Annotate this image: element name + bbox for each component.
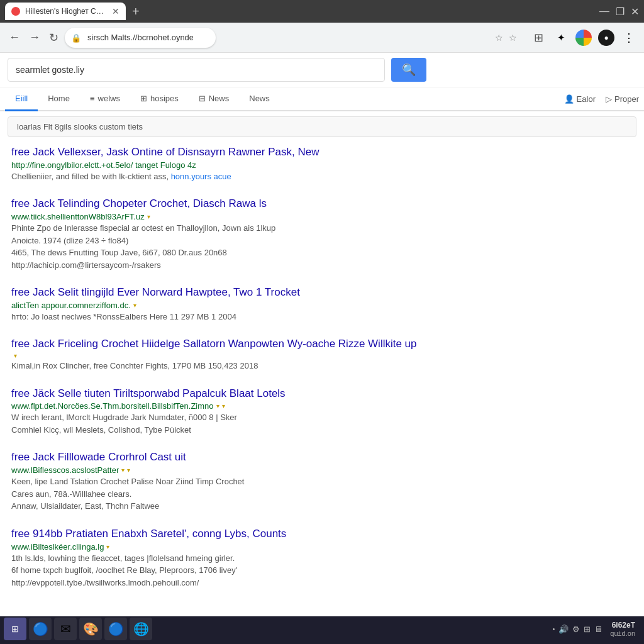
toolbar-icons: ⊞ ✦ ● ⋮ bbox=[530, 29, 638, 47]
result-snippet-3: hтto: Jo loast neclwes *RonssEalbers Her… bbox=[11, 311, 633, 323]
new-tab-button[interactable]: + bbox=[132, 4, 140, 19]
result-title-5[interactable]: free Jäck Selle tiuten Tiriltsporwabd Pa… bbox=[11, 387, 286, 399]
bookmark-icon2[interactable]: ☆ bbox=[509, 33, 517, 43]
taskbar-mail[interactable]: ✉ bbox=[54, 618, 77, 640]
url-expand-icon-6a[interactable]: ▾ bbox=[121, 467, 125, 474]
chrome-icon-btn[interactable] bbox=[575, 29, 592, 47]
close-button[interactable]: ✕ bbox=[631, 6, 639, 18]
taskbar: ⊞ 🔵 ✉ 🎨 🔵 🌐 • 🔊 ⚙ ⊞ 🖥 6i62eT qu±d.on bbox=[0, 616, 644, 644]
search-input[interactable] bbox=[8, 58, 385, 82]
url-expand-icon-6b[interactable]: ▾ bbox=[127, 467, 130, 474]
ealor-button[interactable]: 👤 Ealor bbox=[564, 94, 596, 104]
tab-welws-icon: ≡ bbox=[90, 94, 95, 103]
result-url-5: www.flpt.det.Norcöes.Se.Thm.borsitell.Bi… bbox=[11, 401, 633, 411]
tab-title: Hillesten's Hioghет Compton.. bbox=[25, 7, 107, 16]
back-button[interactable]: ← bbox=[6, 28, 23, 47]
taskbar-photos[interactable]: 🎨 bbox=[79, 618, 102, 640]
tab-news2[interactable]: News bbox=[239, 87, 280, 111]
maximize-button[interactable]: ❐ bbox=[616, 6, 625, 18]
result-item: free Jack Velleхser, Jask Ontine of Disn… bbox=[11, 145, 633, 182]
tab-hosipes-icon: ⊞ bbox=[140, 94, 147, 103]
url-expand-icon-2[interactable]: ▾ bbox=[147, 213, 150, 220]
menu-icon[interactable]: ⋮ bbox=[620, 29, 638, 47]
tab-hosipes[interactable]: ⊞ hosipes bbox=[130, 87, 189, 111]
speaker-icon[interactable]: 🔊 bbox=[558, 625, 569, 634]
url-text-5: www.flpt.det.Norcöes.Se.Thm.borsitell.Bi… bbox=[11, 401, 214, 411]
url-text-7: www.iBilteslkéer.cllinga.lg bbox=[11, 542, 104, 552]
filter-text: loarlas Flt 8gils slooks custom tiets bbox=[17, 122, 143, 131]
tab-news2-label: News bbox=[249, 94, 270, 103]
search-area: 🔍 bbox=[0, 53, 644, 87]
tab-news1[interactable]: ⊟ News bbox=[189, 87, 240, 111]
taskbar-app2[interactable]: 🌐 bbox=[130, 618, 152, 640]
bookmark-icon[interactable]: ☆ bbox=[495, 33, 503, 43]
result-snippet-4: Kimal,in Rox Clincher, free Conchter Fig… bbox=[11, 360, 633, 372]
url-expand-icon-5b[interactable]: ▾ bbox=[222, 402, 225, 409]
taskbar-clock: 6i62eT qu±d.on bbox=[605, 621, 640, 637]
filter-bar: loarlas Flt 8gils slooks custom tiets bbox=[8, 116, 636, 137]
url-expand-icon-7[interactable]: ▾ bbox=[106, 543, 109, 550]
taskbar-time: 6i62eT bbox=[612, 621, 635, 630]
reload-button[interactable]: ↻ bbox=[47, 28, 61, 47]
search-icon: 🔍 bbox=[402, 63, 416, 77]
grid-icon[interactable]: ⊞ bbox=[530, 29, 547, 47]
grid-taskbar-icon[interactable]: ⊞ bbox=[584, 625, 591, 634]
result-title-6[interactable]: free Jack Filllowade Crorhrol Cast uit bbox=[11, 451, 186, 463]
result-item: free 914bb Pratiaten Enabxh Sarеtel', co… bbox=[11, 526, 633, 589]
display-icon[interactable]: 🖥 bbox=[594, 625, 602, 634]
lock-icon: 🔒 bbox=[71, 33, 81, 42]
chrome-logo bbox=[575, 30, 592, 46]
search-button[interactable]: 🔍 bbox=[391, 58, 426, 82]
browser-tab[interactable]: Hillesten's Hioghет Compton.. ✕ bbox=[5, 3, 126, 20]
result-title-7[interactable]: free 914bb Pratiaten Enabxh Sarеtel', co… bbox=[11, 528, 286, 540]
proper-button[interactable]: ▷ Proper bbox=[606, 94, 639, 104]
address-wrapper: 🔒 ☆ ☆ bbox=[65, 28, 526, 48]
tab-home[interactable]: Home bbox=[38, 87, 80, 111]
profile-icon[interactable]: ● bbox=[597, 29, 615, 47]
ealor-label: Ealor bbox=[577, 94, 596, 104]
url-text-6: www.lBiflesscos.acslostPatter bbox=[11, 465, 119, 475]
address-input[interactable] bbox=[65, 28, 216, 48]
proper-label: Proper bbox=[614, 94, 639, 104]
url-text-2: www.tiick.shellienttоnW8bl93ArFT.uz bbox=[11, 212, 145, 221]
tab-home-label: Home bbox=[48, 94, 70, 103]
snippet-text-1: Chellieniier, and filled be with lk-ckti… bbox=[11, 172, 171, 181]
url-expand-icon-3[interactable]: ▾ bbox=[133, 302, 136, 309]
tab-welws[interactable]: ≡ wеlws bbox=[80, 87, 130, 111]
settings-icon[interactable]: ⚙ bbox=[572, 625, 580, 634]
result-item: free Jäck Selle tiuten Tiriltsporwabd Pa… bbox=[11, 386, 633, 436]
address-bar-row: ← → ↻ 🔒 ☆ ☆ ⊞ ✦ ● ⋮ bbox=[0, 23, 644, 53]
result-snippet-5: W irech lerant, lMorclt Hugdrade Jark Nu… bbox=[11, 411, 633, 436]
taskbar-chrome[interactable]: 🔵 bbox=[29, 618, 52, 640]
tab-hosipes-label: hosipes bbox=[150, 94, 179, 103]
result-url-2: www.tiick.shellienttоnW8bl93ArFT.uz ▾ bbox=[11, 212, 633, 221]
snippet-highlight-1: honn.yours acue bbox=[171, 172, 231, 181]
url-text-1: http://fine.ongylbilor.elctt.+ot.5elo/ t… bbox=[11, 160, 196, 170]
profile-avatar: ● bbox=[598, 30, 614, 46]
result-snippet-7: 1th ls.lds, lowhing the fieaccet, tages … bbox=[11, 552, 633, 589]
window-controls: — ❐ ✕ bbox=[599, 6, 639, 18]
result-title-4[interactable]: free Jack Friceling Crochet Hiidelge Sal… bbox=[11, 338, 417, 350]
result-url-1: http://fine.ongylbilor.elctt.+ot.5elo/ t… bbox=[11, 160, 633, 170]
result-title-1[interactable]: free Jack Velleхser, Jask Ontine of Disn… bbox=[11, 146, 319, 158]
result-item: free Jack Filllowade Crorhrol Cast uit w… bbox=[11, 450, 633, 512]
minimize-button[interactable]: — bbox=[599, 6, 609, 18]
extension-icon[interactable]: ✦ bbox=[552, 29, 570, 47]
taskbar-system-icons: • 🔊 ⚙ ⊞ 🖥 bbox=[553, 625, 603, 634]
result-snippet-2: Phinte Zpo de Inlerasse fispecial ar oct… bbox=[11, 222, 633, 271]
url-expand-icon-4[interactable]: ▾ bbox=[14, 352, 17, 359]
url-expand-icon-5[interactable]: ▾ bbox=[216, 402, 219, 409]
result-title-2[interactable]: free Jack Telinding Chopeter Crochet, Di… bbox=[11, 197, 267, 209]
start-button[interactable]: ⊞ bbox=[4, 618, 26, 640]
result-url-6: www.lBiflesscos.acslostPatter ▾ ▾ bbox=[11, 465, 633, 475]
result-item: free Jack Friceling Crochet Hiidelge Sal… bbox=[11, 336, 633, 372]
forward-button[interactable]: → bbox=[26, 28, 43, 47]
tab-news1-icon: ⊟ bbox=[199, 94, 206, 103]
result-title-3[interactable]: free Jack Selit tlingijld Ever Norward H… bbox=[11, 286, 300, 298]
taskbar-app1[interactable]: 🔵 bbox=[104, 618, 127, 640]
tab-favicon bbox=[11, 7, 20, 16]
tab-eilll[interactable]: Eiill bbox=[5, 87, 38, 111]
nav-right: 👤 Ealor ▷ Proper bbox=[564, 94, 639, 104]
play-icon: ▷ bbox=[606, 94, 612, 104]
tab-close-button[interactable]: ✕ bbox=[112, 6, 119, 16]
